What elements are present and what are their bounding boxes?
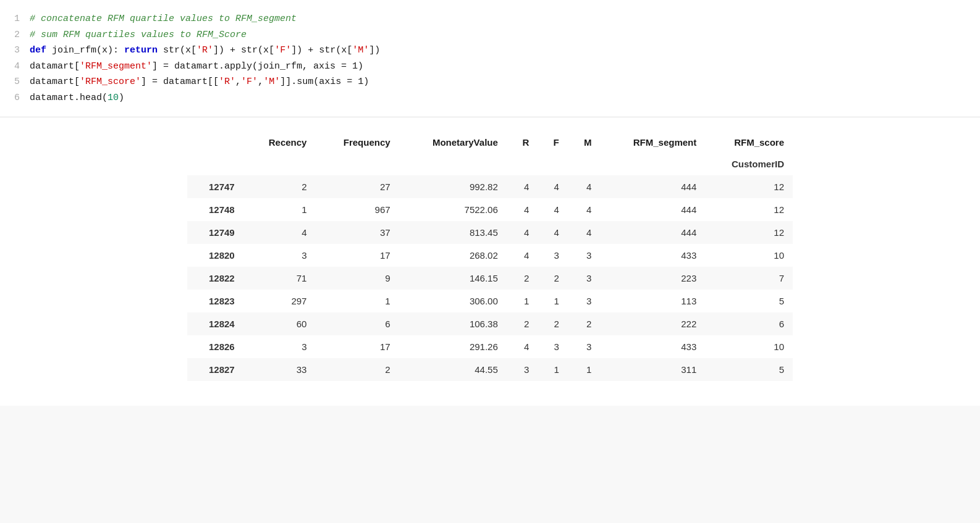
table-cell: 4 <box>568 221 601 244</box>
table-cell: 3 <box>243 244 316 267</box>
table-cell: 12820 <box>187 244 243 267</box>
table-cell: 223 <box>600 267 705 290</box>
code-normal: datamart.head( <box>30 93 108 103</box>
table-cell: 1 <box>507 290 538 312</box>
table-cell: 433 <box>600 244 705 267</box>
code-number: 10 <box>108 93 119 103</box>
table-cell: 4 <box>568 198 601 221</box>
table-cell: 6 <box>705 312 793 335</box>
table-cell: 444 <box>600 198 705 221</box>
table-cell: 12749 <box>187 221 243 244</box>
code-line: 5datamart['RFM_score'] = datamart[['R','… <box>0 74 965 90</box>
table-cell: 444 <box>600 221 705 244</box>
table-cell: 3 <box>538 244 567 267</box>
table-row: 12749437813.4544444412 <box>187 221 793 244</box>
code-line: 3def join_rfm(x): return str(x['R']) + s… <box>0 43 965 59</box>
table-cell: 1 <box>538 358 567 381</box>
line-number: 1 <box>0 11 30 27</box>
table-cell: 2 <box>507 312 538 335</box>
line-number: 3 <box>0 43 30 59</box>
code-normal: str(x[ <box>163 45 196 56</box>
table-cell: 4 <box>538 198 567 221</box>
table-cell: 44.55 <box>399 358 507 381</box>
data-table: RecencyFrequencyMonetaryValueRFMRFM_segm… <box>187 132 793 381</box>
table-row: 12822719146.152232237 <box>187 267 793 290</box>
code-string: 'M' <box>352 45 369 56</box>
column-header: R <box>507 132 538 153</box>
code-string: 'RFM_segment' <box>80 61 152 72</box>
table-cell: 311 <box>600 358 705 381</box>
code-normal: datamart[ <box>30 77 80 87</box>
code-string: 'M' <box>263 77 280 87</box>
table-cell: 1 <box>243 198 316 221</box>
table-cell: 3 <box>538 335 567 358</box>
table-cell: 1 <box>538 290 567 312</box>
table-cell: 9 <box>315 267 399 290</box>
table-cell: 3 <box>568 267 601 290</box>
line-number: 4 <box>0 59 30 75</box>
code-string: 'F' <box>274 45 291 56</box>
code-keyword: def <box>30 45 52 56</box>
table-cell: 2 <box>538 312 567 335</box>
table-cell: 113 <box>600 290 705 312</box>
table-header-row: RecencyFrequencyMonetaryValueRFMRFM_segm… <box>187 132 793 153</box>
table-cell: 967 <box>315 198 399 221</box>
code-block: 1# concatenate RFM quartile values to RF… <box>0 0 980 117</box>
table-cell: 12 <box>705 198 793 221</box>
table-cell: 3 <box>568 244 601 267</box>
table-cell: 17 <box>315 244 399 267</box>
code-content: datamart.head(10) <box>30 90 124 106</box>
table-cell: 4 <box>507 335 538 358</box>
table-cell: 10 <box>705 244 793 267</box>
code-comment: # concatenate RFM quartile values to RFM… <box>30 14 297 24</box>
table-cell: 37 <box>315 221 399 244</box>
table-cell: 1 <box>315 290 399 312</box>
table-cell: 2 <box>538 267 567 290</box>
table-cell: 12 <box>705 175 793 198</box>
table-cell: 4 <box>538 221 567 244</box>
code-string: 'RFM_score' <box>80 77 141 87</box>
table-cell: 71 <box>243 267 316 290</box>
code-keyword: return <box>124 45 163 56</box>
table-cell: 5 <box>705 358 793 381</box>
table-cell: 12823 <box>187 290 243 312</box>
table-cell: 33 <box>243 358 316 381</box>
table-row: 1274819677522.0644444412 <box>187 198 793 221</box>
code-line: 4datamart['RFM_segment'] = datamart.appl… <box>0 59 965 75</box>
table-cell: 306.00 <box>399 290 507 312</box>
table-cell: 12747 <box>187 175 243 198</box>
column-header: RFM_segment <box>600 132 705 153</box>
table-cell: 4 <box>538 175 567 198</box>
table-row: 12824606106.382222226 <box>187 312 793 335</box>
table-cell: 12748 <box>187 198 243 221</box>
table-cell: 4 <box>507 221 538 244</box>
table-cell: 12824 <box>187 312 243 335</box>
code-normal: datamart[ <box>30 61 80 72</box>
code-line: 6datamart.head(10) <box>0 90 965 106</box>
table-cell: 2 <box>507 267 538 290</box>
column-header: RFM_score <box>705 132 793 153</box>
index-label: CustomerID <box>187 153 793 175</box>
table-cell: 433 <box>600 335 705 358</box>
index-label-row: CustomerID <box>187 153 793 175</box>
table-cell: 17 <box>315 335 399 358</box>
column-header <box>187 132 243 153</box>
table-cell: 3 <box>507 358 538 381</box>
table-cell: 444 <box>600 175 705 198</box>
column-header: Frequency <box>315 132 399 153</box>
code-line: 2# sum RFM quartiles values to RFM_Score <box>0 27 965 43</box>
code-comment: # sum RFM quartiles values to RFM_Score <box>30 30 247 40</box>
table-cell: 4 <box>507 244 538 267</box>
table-cell: 2 <box>568 312 601 335</box>
table-cell: 5 <box>705 290 793 312</box>
table-cell: 12822 <box>187 267 243 290</box>
line-number: 6 <box>0 90 30 106</box>
line-number: 5 <box>0 74 30 90</box>
table-row: 1282733244.553113115 <box>187 358 793 381</box>
table-cell: 60 <box>243 312 316 335</box>
code-string: 'R' <box>219 77 235 87</box>
table-cell: 12827 <box>187 358 243 381</box>
column-header: F <box>538 132 567 153</box>
line-number: 2 <box>0 27 30 43</box>
table-cell: 3 <box>243 335 316 358</box>
